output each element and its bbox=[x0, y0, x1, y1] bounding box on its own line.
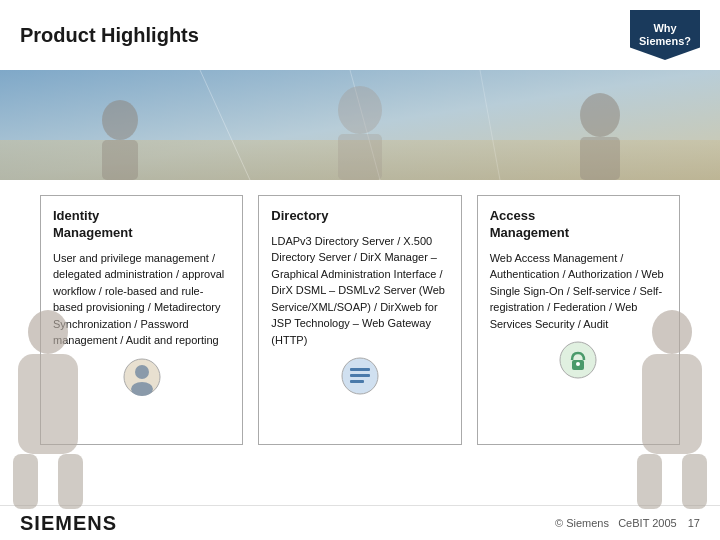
svg-point-28 bbox=[576, 362, 580, 366]
access-header-line2: Management bbox=[490, 225, 667, 242]
directory-icon-area bbox=[271, 356, 448, 400]
identity-icon bbox=[122, 357, 162, 397]
directory-card-body: LDAPv3 Directory Server / X.500 Director… bbox=[271, 233, 448, 349]
hero-banner bbox=[0, 70, 720, 180]
svg-point-20 bbox=[135, 365, 149, 379]
svg-rect-24 bbox=[350, 374, 370, 377]
person-figure-right bbox=[632, 310, 712, 514]
siemens-logo: SIEMENS bbox=[20, 512, 117, 535]
svg-rect-14 bbox=[58, 454, 83, 509]
directory-icon bbox=[340, 356, 380, 396]
badge-line2: Siemens? bbox=[639, 35, 691, 48]
svg-rect-6 bbox=[102, 140, 138, 180]
svg-rect-10 bbox=[338, 134, 382, 180]
copyright-text: © Siemens bbox=[555, 517, 609, 529]
identity-header-line2: Management bbox=[53, 225, 230, 242]
svg-point-21 bbox=[131, 382, 153, 396]
identity-header-line1: Identity bbox=[53, 208, 230, 225]
svg-rect-13 bbox=[13, 454, 38, 509]
directory-card-header: Directory bbox=[271, 208, 448, 225]
person-figure-left bbox=[8, 310, 88, 514]
access-icon bbox=[558, 340, 598, 380]
page-number: 17 bbox=[688, 517, 700, 529]
directory-header-line1: Directory bbox=[271, 208, 448, 225]
event-name: CeBIT 2005 bbox=[618, 517, 677, 529]
footer-info: © Siemens CeBIT 2005 17 bbox=[555, 517, 700, 529]
svg-rect-23 bbox=[350, 368, 370, 371]
identity-card-header: Identity Management bbox=[53, 208, 230, 242]
svg-rect-25 bbox=[350, 380, 364, 383]
svg-point-7 bbox=[580, 93, 620, 137]
svg-point-5 bbox=[102, 100, 138, 140]
svg-point-9 bbox=[338, 86, 382, 134]
why-siemens-badge: Why Siemens? bbox=[630, 10, 700, 60]
directory-card: Directory LDAPv3 Directory Server / X.50… bbox=[258, 195, 461, 445]
access-header-line1: Access bbox=[490, 208, 667, 225]
svg-rect-18 bbox=[682, 454, 707, 509]
access-card-header: Access Management bbox=[490, 208, 667, 242]
svg-rect-8 bbox=[580, 137, 620, 180]
page-header: Product Highlights Why Siemens? bbox=[0, 0, 720, 70]
svg-point-11 bbox=[28, 310, 68, 354]
cards-container: Identity Management User and privilege m… bbox=[0, 180, 720, 455]
svg-rect-16 bbox=[642, 354, 702, 454]
svg-rect-17 bbox=[637, 454, 662, 509]
svg-point-15 bbox=[652, 310, 692, 354]
page-title: Product Highlights bbox=[20, 24, 199, 47]
banner-decoration bbox=[0, 70, 720, 180]
svg-rect-12 bbox=[18, 354, 78, 454]
page-footer: SIEMENS © Siemens CeBIT 2005 17 bbox=[0, 505, 720, 540]
badge-line1: Why bbox=[653, 22, 676, 35]
